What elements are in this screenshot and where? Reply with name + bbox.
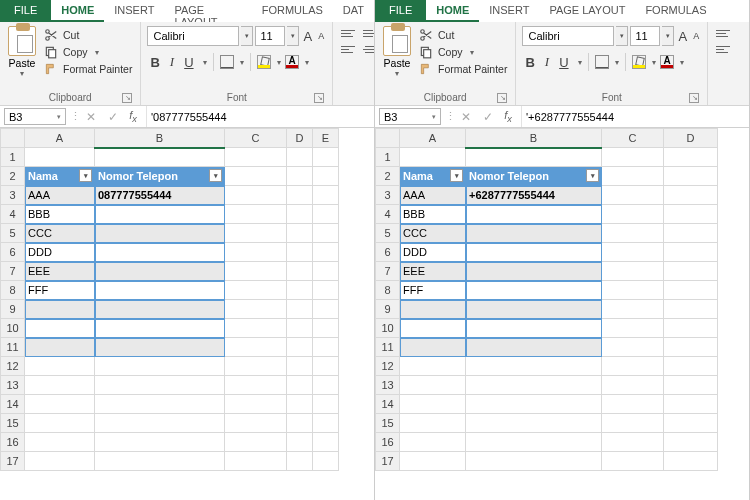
font-size-select[interactable]: 11 — [255, 26, 285, 46]
cell[interactable] — [95, 319, 225, 338]
paste-button[interactable]: Paste ▾ — [6, 24, 38, 78]
cell[interactable] — [313, 376, 339, 395]
column-header[interactable]: A — [400, 129, 466, 148]
enter-icon[interactable]: ✓ — [102, 106, 124, 127]
chevron-down-icon[interactable]: ▾ — [93, 48, 99, 57]
dialog-launcher-icon[interactable] — [122, 93, 132, 103]
cell[interactable] — [664, 167, 718, 186]
cell[interactable] — [313, 319, 339, 338]
row-header[interactable]: 1 — [376, 148, 400, 167]
tab-page-layout[interactable]: PAGE LAYOUT — [539, 0, 635, 22]
filter-icon[interactable]: ▾ — [79, 169, 92, 182]
cell[interactable] — [602, 414, 664, 433]
cell[interactable] — [95, 433, 225, 452]
cell[interactable] — [400, 452, 466, 471]
tab-data[interactable]: DAT — [333, 0, 374, 22]
font-name-select[interactable]: Calibri — [522, 26, 614, 46]
cell[interactable] — [95, 414, 225, 433]
cell[interactable] — [225, 319, 287, 338]
cell[interactable]: AAA — [25, 186, 95, 205]
fill-color-icon[interactable] — [632, 55, 646, 69]
cell[interactable] — [287, 376, 313, 395]
column-header[interactable]: C — [225, 129, 287, 148]
cell[interactable] — [664, 452, 718, 471]
cell[interactable] — [466, 452, 602, 471]
cell[interactable] — [287, 205, 313, 224]
tab-home[interactable]: HOME — [51, 0, 104, 22]
cell[interactable] — [287, 281, 313, 300]
cancel-icon[interactable]: ✕ — [455, 106, 477, 127]
cell[interactable] — [602, 262, 664, 281]
enter-icon[interactable]: ✓ — [477, 106, 499, 127]
cell[interactable] — [602, 186, 664, 205]
chevron-down-icon[interactable]: ▾ — [432, 113, 436, 121]
row-header[interactable]: 10 — [1, 319, 25, 338]
cell[interactable] — [466, 224, 602, 243]
cell[interactable] — [466, 395, 602, 414]
chevron-down-icon[interactable]: ▾ — [303, 58, 309, 67]
font-name-select[interactable]: Calibri — [147, 26, 239, 46]
row-header[interactable]: 4 — [376, 205, 400, 224]
cell[interactable] — [664, 205, 718, 224]
cell[interactable] — [664, 414, 718, 433]
borders-icon[interactable] — [220, 55, 234, 69]
row-header[interactable]: 7 — [1, 262, 25, 281]
chevron-down-icon[interactable]: ▾ — [395, 69, 399, 78]
cell[interactable] — [225, 243, 287, 262]
cell[interactable] — [25, 148, 95, 167]
cell[interactable]: BBB — [400, 205, 466, 224]
cell[interactable] — [664, 433, 718, 452]
align-middle-icon[interactable] — [363, 28, 375, 40]
row-header[interactable]: 11 — [376, 338, 400, 357]
dialog-launcher-icon[interactable] — [689, 93, 699, 103]
row-header[interactable]: 10 — [376, 319, 400, 338]
fx-icon[interactable]: fx — [124, 106, 146, 127]
cell[interactable] — [664, 319, 718, 338]
cell[interactable] — [400, 433, 466, 452]
worksheet-grid[interactable]: ABCD12Nama▾Nomor Telepon▾3AAA+6287777555… — [375, 128, 749, 500]
cell[interactable] — [225, 300, 287, 319]
cell[interactable] — [287, 167, 313, 186]
grow-font-icon[interactable]: A — [676, 29, 689, 44]
cell[interactable] — [313, 243, 339, 262]
cell[interactable] — [313, 433, 339, 452]
chevron-down-icon[interactable]: ▾ — [238, 58, 244, 67]
column-header[interactable]: E — [313, 129, 339, 148]
bold-button[interactable]: B — [147, 53, 162, 72]
cell[interactable] — [287, 357, 313, 376]
format-painter-button[interactable]: Format Painter — [419, 62, 507, 76]
cell[interactable] — [25, 319, 95, 338]
cell[interactable] — [25, 414, 95, 433]
cell[interactable] — [25, 300, 95, 319]
cell[interactable] — [664, 281, 718, 300]
row-header[interactable]: 8 — [1, 281, 25, 300]
chevron-down-icon[interactable]: ▾ — [275, 58, 281, 67]
cell[interactable] — [287, 338, 313, 357]
cell[interactable]: Nomor Telepon▾ — [466, 167, 602, 186]
cell[interactable] — [602, 167, 664, 186]
row-header[interactable]: 8 — [376, 281, 400, 300]
chevron-down-icon[interactable]: ▾ — [616, 26, 628, 46]
row-header[interactable]: 5 — [376, 224, 400, 243]
underline-button[interactable]: U — [181, 53, 196, 72]
cell[interactable] — [400, 319, 466, 338]
cell[interactable] — [664, 338, 718, 357]
formula-input[interactable]: '+6287777555444 — [521, 106, 749, 127]
tab-home[interactable]: HOME — [426, 0, 479, 22]
align-left-icon[interactable] — [341, 44, 359, 56]
cell[interactable] — [25, 452, 95, 471]
cell[interactable] — [602, 281, 664, 300]
cell[interactable] — [664, 224, 718, 243]
cell[interactable] — [466, 433, 602, 452]
cell[interactable] — [602, 395, 664, 414]
cell[interactable] — [602, 376, 664, 395]
row-header[interactable]: 14 — [1, 395, 25, 414]
align-top-icon[interactable] — [716, 28, 734, 40]
tab-formulas[interactable]: FORMULAS — [252, 0, 333, 22]
cell[interactable] — [287, 414, 313, 433]
cell[interactable] — [25, 395, 95, 414]
column-header[interactable]: D — [664, 129, 718, 148]
row-header[interactable]: 12 — [1, 357, 25, 376]
cell[interactable] — [95, 205, 225, 224]
cell[interactable] — [602, 205, 664, 224]
